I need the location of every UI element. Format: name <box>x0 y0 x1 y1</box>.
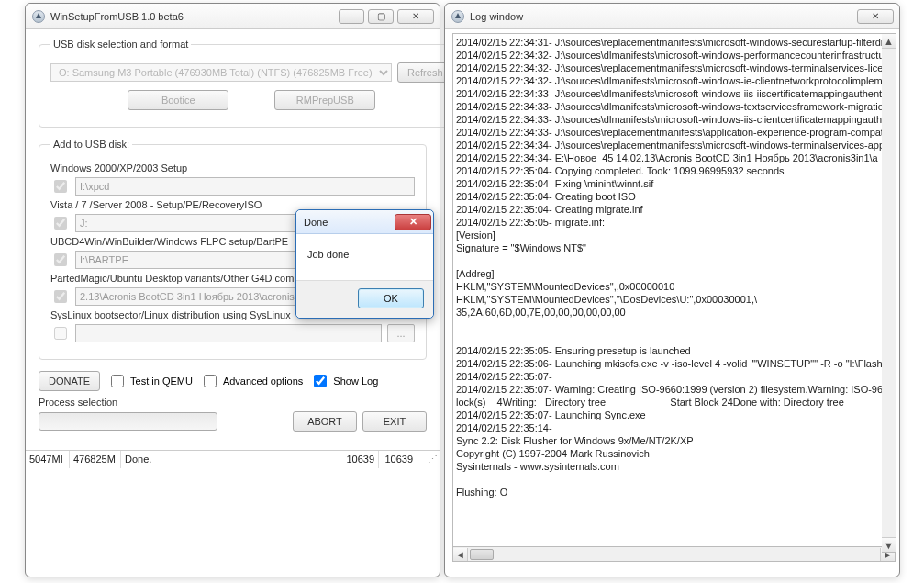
show-log-option[interactable]: Show Log <box>310 372 378 390</box>
minimize-button[interactable]: — <box>339 9 364 24</box>
exit-button[interactable]: EXIT <box>362 411 427 432</box>
log-close-button[interactable]: ✕ <box>857 9 894 24</box>
item-path-0[interactable] <box>75 177 415 196</box>
add-legend: Add to USB disk: <box>50 139 132 150</box>
close-button[interactable]: ✕ <box>397 9 434 24</box>
abort-button[interactable]: ABORT <box>293 411 357 432</box>
scroll-down-icon[interactable]: ▼ <box>882 537 896 552</box>
log-textarea[interactable]: 2014/02/15 22:34:31- J:\sources\replacem… <box>452 33 896 547</box>
progress-bar <box>39 412 217 431</box>
advanced-options[interactable]: Advanced options <box>200 372 303 390</box>
status-cell-2: 476825M <box>70 451 121 468</box>
app-icon <box>451 9 465 24</box>
status-cell-4: 10639 <box>340 451 379 468</box>
item-path-4[interactable] <box>75 324 382 342</box>
scroll-up-icon[interactable]: ▲ <box>882 34 896 49</box>
item-label-0: Windows 2000/XP/2003 Setup <box>50 163 415 174</box>
done-dialog: Done ✕ Job done OK <box>295 209 434 319</box>
process-section-label: Process selection <box>39 397 427 408</box>
scroll-left-icon[interactable]: ◄ <box>453 548 468 561</box>
ok-button[interactable]: OK <box>358 288 424 308</box>
log-titlebar[interactable]: Log window ✕ <box>445 4 899 29</box>
dialog-title: Done <box>304 217 395 228</box>
maximize-button[interactable]: ▢ <box>368 9 394 24</box>
h-scroll-thumb[interactable] <box>470 549 494 560</box>
main-titlebar[interactable]: WinSetupFromUSB 1.0 beta6 — ▢ ✕ <box>26 4 440 29</box>
browse-button[interactable]: ... <box>387 324 415 342</box>
rmprepusb-button[interactable]: RMPrepUSB <box>274 90 375 110</box>
item-checkbox-0[interactable] <box>54 180 67 193</box>
status-cell-5: 10639 <box>379 451 417 468</box>
status-cell-3: Done. <box>121 451 340 468</box>
status-cell-1: 5047MI <box>26 451 70 468</box>
main-title: WinSetupFromUSB 1.0 beta6 <box>50 11 339 22</box>
drive-select[interactable]: O: Samsung M3 Portable (476930MB Total) … <box>50 63 392 82</box>
log-title: Log window <box>470 11 857 22</box>
item-checkbox-2[interactable] <box>54 253 67 266</box>
app-icon <box>31 9 46 24</box>
item-checkbox-3[interactable] <box>54 290 67 303</box>
item-checkbox-1[interactable] <box>54 217 67 230</box>
status-bar: 5047MI 476825M Done. 10639 10639 ⋰ <box>26 450 440 468</box>
log-window: Log window ✕ 2014/02/15 22:34:31- J:\sou… <box>444 3 900 577</box>
item-checkbox-4[interactable] <box>54 327 67 340</box>
donate-button[interactable]: DONATE <box>39 371 100 391</box>
dialog-message: Job done <box>296 234 433 280</box>
usb-legend: USB disk selection and format <box>50 39 191 50</box>
test-qemu-option[interactable]: Test in QEMU <box>107 372 193 390</box>
dialog-close-button[interactable]: ✕ <box>395 214 431 230</box>
dialog-titlebar[interactable]: Done ✕ <box>296 210 433 234</box>
usb-selection-group: USB disk selection and format O: Samsung… <box>39 39 465 128</box>
v-scrollbar[interactable]: ▲ ▼ <box>882 33 896 553</box>
bootice-button[interactable]: Bootice <box>128 90 228 110</box>
h-scrollbar[interactable]: ◄ ► <box>452 547 896 562</box>
resize-grip-icon[interactable]: ⋰ <box>417 451 440 468</box>
